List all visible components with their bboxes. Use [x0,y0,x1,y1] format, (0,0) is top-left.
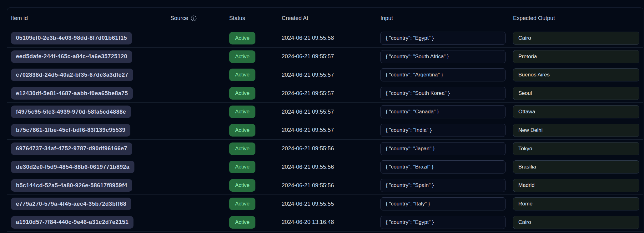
expected-output-cell: Rome [509,197,643,210]
status-badge: Active [229,179,255,192]
item-id-pill[interactable]: e779a270-579a-4f45-aec4-35b72d3bff68 [11,198,131,210]
input-cell: { "country": "Argentina" } [377,68,509,81]
created-at-cell: 2024-06-21 09:55:57 [278,127,377,133]
expected-output-cell: Buenos Aires [509,68,643,81]
item-id-cell: 69764737-34af-4752-9787-d90df96166e7 [7,142,167,155]
status-cell: Active [225,87,278,100]
expected-output-cell: New Delhi [509,124,643,137]
status-badge: Active [229,69,255,81]
created-at-cell: 2024-06-21 09:55:56 [278,182,377,189]
column-header-expected-output: Expected Output [509,15,643,22]
item-id-cell: e12430df-5e81-4687-aabb-f0ea65be8a75 [7,87,167,100]
created-at-cell: 2024-06-21 09:55:57 [278,72,377,78]
input-value-box[interactable]: { "country": "Egypt" } [380,32,506,45]
expected-output-value-box[interactable]: Buenos Aires [513,68,639,81]
input-value-box[interactable]: { "country": "Spain" } [380,179,506,192]
expected-output-cell: Seoul [509,87,643,100]
expected-output-cell: Cairo [509,216,643,229]
created-at-cell: 2024-06-21 09:55:56 [278,145,377,152]
info-icon[interactable] [191,15,197,21]
item-id-pill[interactable]: f4975c95-5fc3-4939-970d-58fa5cd4888e [11,106,131,118]
input-value-box[interactable]: { "country": "Japan" } [380,142,506,155]
item-id-cell: de30d2e0-f5d9-4854-88b6-0619771b892a [7,161,167,173]
expected-output-value-box[interactable]: Tokyo [513,142,639,155]
input-value-box[interactable]: { "country": "South Africa" } [380,50,506,63]
input-cell: { "country": "Italy" } [377,197,509,210]
table-row[interactable]: e779a270-579a-4f45-aec4-35b72d3bff68 Act… [7,195,643,213]
status-cell: Active [225,106,278,118]
table-row[interactable]: 05109ef0-2e3b-4e03-98dd-8f7d01b61f15 Act… [7,29,643,48]
item-id-pill[interactable]: eed5dafe-244f-465c-a84c-4a6e35725120 [11,50,132,63]
status-badge: Active [229,142,255,155]
table-row[interactable]: a1910d57-7f84-440c-9e46-a31c2d7e2151 Act… [7,213,643,232]
status-badge: Active [229,106,255,118]
input-cell: { "country": "South Korea" } [377,87,509,100]
item-id-pill[interactable]: b5c144cd-52a5-4a80-926e-58617f8959f4 [11,179,132,192]
input-value-box[interactable]: { "country": "South Korea" } [380,87,506,100]
table-row[interactable]: eed5dafe-244f-465c-a84c-4a6e35725120 Act… [7,48,643,66]
expected-output-cell: Madrid [509,179,643,192]
column-header-created-at: Created At [278,15,377,22]
expected-output-cell: Cairo [509,32,643,45]
item-id-pill[interactable]: c702838d-24d5-40a2-bf35-67dc3a3dfe27 [11,69,133,81]
expected-output-value-box[interactable]: New Delhi [513,124,639,137]
status-badge: Active [229,124,255,137]
status-badge: Active [229,198,255,210]
table-row[interactable]: 69764737-34af-4752-9787-d90df96166e7 Act… [7,140,643,158]
status-badge: Active [229,32,255,44]
item-id-pill[interactable]: de30d2e0-f5d9-4854-88b6-0619771b892a [11,161,134,173]
item-id-pill[interactable]: e12430df-5e81-4687-aabb-f0ea65be8a75 [11,87,133,100]
input-value-box[interactable]: { "country": "Argentina" } [380,68,506,81]
expected-output-value-box[interactable]: Cairo [513,32,639,45]
expected-output-value-box[interactable]: Madrid [513,179,639,192]
item-id-cell: c702838d-24d5-40a2-bf35-67dc3a3dfe27 [7,69,167,81]
input-value-box[interactable]: { "country": "India" } [380,124,506,137]
input-value-box[interactable]: { "country": "Brazil" } [380,160,506,173]
item-id-cell: eed5dafe-244f-465c-a84c-4a6e35725120 [7,50,167,63]
status-cell: Active [225,50,278,63]
expected-output-value-box[interactable]: Ottawa [513,105,639,118]
status-badge: Active [229,87,255,100]
item-id-cell: a1910d57-7f84-440c-9e46-a31c2d7e2151 [7,216,167,229]
table-row[interactable]: b75c7861-1fbe-45cf-bdf6-83f139c95539 Act… [7,121,643,140]
column-header-source: Source [167,15,225,22]
column-header-status: Status [225,15,278,22]
input-cell: { "country": "Japan" } [377,142,509,155]
status-cell: Active [225,124,278,137]
table-row[interactable]: de30d2e0-f5d9-4854-88b6-0619771b892a Act… [7,158,643,177]
created-at-cell: 2024-06-21 09:55:57 [278,53,377,60]
table-row[interactable]: c702838d-24d5-40a2-bf35-67dc3a3dfe27 Act… [7,66,643,85]
created-at-cell: 2024-06-21 09:55:58 [278,35,377,41]
input-value-box[interactable]: { "country": "Italy" } [380,197,506,210]
expected-output-cell: Ottawa [509,105,643,118]
expected-output-value-box[interactable]: Cairo [513,216,639,229]
table-row[interactable]: e12430df-5e81-4687-aabb-f0ea65be8a75 Act… [7,84,643,103]
item-id-cell: 05109ef0-2e3b-4e03-98dd-8f7d01b61f15 [7,32,167,44]
status-cell: Active [225,142,278,155]
input-value-box[interactable]: { "country": "Egypt" } [380,216,506,229]
expected-output-value-box[interactable]: Seoul [513,87,639,100]
created-at-cell: 2024-06-21 09:55:55 [278,201,377,207]
column-header-source-label: Source [170,15,188,22]
expected-output-value-box[interactable]: Rome [513,197,639,210]
input-cell: { "country": "India" } [377,124,509,137]
input-value-box[interactable]: { "country": "Canada" } [380,105,506,118]
item-id-pill[interactable]: 69764737-34af-4752-9787-d90df96166e7 [11,142,132,155]
expected-output-value-box[interactable]: Pretoria [513,50,639,63]
status-badge: Active [229,50,255,63]
item-id-pill[interactable]: a1910d57-7f84-440c-9e46-a31c2d7e2151 [11,216,133,229]
expected-output-value-box[interactable]: Brasília [513,160,639,173]
status-cell: Active [225,32,278,44]
status-cell: Active [225,179,278,192]
table-row[interactable]: b5c144cd-52a5-4a80-926e-58617f8959f4 Act… [7,176,643,195]
item-id-pill[interactable]: 05109ef0-2e3b-4e03-98dd-8f7d01b61f15 [11,32,132,44]
input-cell: { "country": "Canada" } [377,105,509,118]
input-cell: { "country": "Spain" } [377,179,509,192]
table-row[interactable]: f4975c95-5fc3-4939-970d-58fa5cd4888e Act… [7,103,643,121]
item-id-pill[interactable]: b75c7861-1fbe-45cf-bdf6-83f139c95539 [11,124,130,137]
input-cell: { "country": "Brazil" } [377,160,509,173]
created-at-cell: 2024-06-21 09:55:56 [278,164,377,170]
item-id-cell: f4975c95-5fc3-4939-970d-58fa5cd4888e [7,106,167,118]
input-cell: { "country": "Egypt" } [377,216,509,229]
expected-output-cell: Tokyo [509,142,643,155]
